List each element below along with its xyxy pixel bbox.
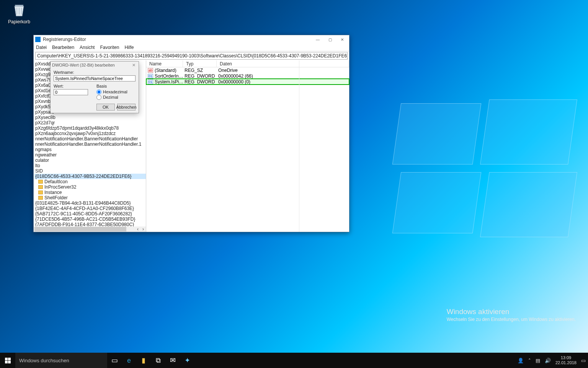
volume-icon[interactable]: 🔊 [545, 358, 551, 363]
tree-item[interactable]: culator [34, 158, 146, 163]
tree-item[interactable]: pXz2d7qr [34, 120, 146, 125]
activation-watermark: Windows aktivieren Wechseln Sie zu den E… [447, 308, 576, 322]
folder-icon [38, 185, 43, 189]
taskbar-clock[interactable]: 13:09 22.01.2018 [555, 355, 577, 365]
col-daten[interactable]: Daten [217, 60, 349, 67]
cell-typ: REG_DWORD [185, 79, 218, 85]
menu-bearbeiten[interactable]: Bearbeiten [52, 45, 74, 50]
scrollbar-thumb[interactable] [34, 227, 126, 231]
maximize-button[interactable]: ▢ [324, 35, 336, 44]
list-divider [299, 60, 299, 232]
address-bar[interactable]: Computer\HKEY_USERS\S-1-5-21-369866333-1… [35, 52, 348, 60]
recycle-bin-label: Papierkorb [7, 19, 31, 24]
scroll-left-icon[interactable]: ‹ [135, 226, 140, 232]
tree-item[interactable]: lto [34, 163, 146, 168]
col-name[interactable]: Name [146, 60, 183, 67]
mail-icon[interactable]: ✉ [165, 353, 180, 368]
tree-item[interactable]: nnerNotificationHandler.BannerNotificati… [34, 136, 146, 142]
address-text: Computer\HKEY_USERS\S-1-5-21-369866333-1… [37, 53, 348, 59]
wallpaper-windows-logo [397, 99, 573, 237]
value-row[interactable]: ab(Standard)REG_SZOneDrive [146, 67, 349, 73]
close-button[interactable]: ✕ [336, 35, 348, 44]
network-icon[interactable]: ▤ [536, 358, 540, 363]
app-icon-taskbar[interactable]: ✦ [180, 353, 194, 368]
start-button[interactable] [0, 353, 15, 368]
tree-item[interactable]: {71DCE5D6-4B57-496B-AC21-CD5B54EB93FD} [34, 217, 146, 222]
menu-hilfe[interactable]: Hilfe [124, 45, 134, 50]
tree-item[interactable]: ngweather [34, 152, 146, 158]
recycle-bin-icon [11, 2, 27, 18]
tree-item[interactable]: {018D5C66-4533-4307-9B53-224DE2ED1FE6} [34, 174, 146, 179]
tree-item[interactable]: SID [34, 168, 146, 174]
tree-item[interactable]: ngmaps [34, 147, 146, 152]
tree-item[interactable]: pXysec8b [34, 115, 146, 120]
tree-subkey[interactable]: DefaultIcon [34, 179, 146, 184]
tree-subkey[interactable]: ShellFolder [34, 195, 146, 200]
tree-subkey[interactable]: Instance [34, 190, 146, 195]
edit-dword-dialog: DWORD-Wert (32-Bit) bearbeiten ✕ Wertnam… [50, 61, 139, 113]
tree-item[interactable]: pXzg6fdzp57dpmt1dqardd3y48kkx0qb78 [34, 125, 146, 131]
list-header: Name Typ Daten [146, 60, 349, 67]
cancel-button[interactable]: Abbrechen [117, 104, 136, 111]
wertname-input[interactable] [54, 75, 136, 81]
reg-sz-icon: ab [148, 68, 153, 73]
value-row[interactable]: 01SortOrderIndexREG_DWORD0x00000042 (66) [146, 73, 349, 79]
cell-data: OneDrive [218, 68, 349, 73]
dialog-close-button[interactable]: ✕ [130, 63, 137, 68]
values-panel[interactable]: Name Typ Daten ab(Standard)REG_SZOneDriv… [146, 60, 349, 232]
tree-item[interactable]: {5AB7172C-9C11-405C-8DD5-AF20F3606282} [34, 211, 146, 217]
dialog-title: DWORD-Wert (32-Bit) bearbeiten [52, 63, 130, 67]
cell-name: System.IsPinnedTo... [155, 79, 185, 85]
radio-hex-input[interactable] [96, 90, 101, 94]
tree-item[interactable]: nnerNotificationHandler.BannerNotificati… [34, 142, 146, 147]
search-placeholder: Windows durchsuchen [19, 358, 69, 363]
task-view-button[interactable]: ▭ [107, 353, 122, 368]
people-icon[interactable]: 👤 [518, 358, 524, 363]
windows-logo-icon [5, 358, 11, 363]
wert-input[interactable] [54, 89, 88, 95]
reg-dword-icon: 01 [148, 74, 153, 78]
watermark-subtitle: Wechseln Sie zu den Einstellungen, um Wi… [447, 317, 576, 322]
radio-hex[interactable]: Hexadezimal [96, 89, 136, 94]
tree-item[interactable]: {031E4825-7B94-4dc3-B131-E946B44C8DD5} [34, 200, 146, 206]
cell-name: (Standard) [155, 68, 185, 73]
cell-data: 0x00000042 (66) [218, 73, 349, 79]
tree-item[interactable]: {1BF42E4C-4AF4-4CFD-A1A0-CF2960B8F63E} [34, 206, 146, 211]
folder-icon [38, 196, 43, 200]
cell-name: SortOrderIndex [155, 73, 185, 79]
ok-button[interactable]: OK [96, 104, 115, 111]
basis-label: Basis [96, 84, 136, 88]
window-title: Registrierungs-Editor [43, 37, 312, 42]
scroll-right-icon[interactable]: › [140, 226, 146, 232]
wert-label: Wert: [54, 84, 93, 88]
dialog-title-bar[interactable]: DWORD-Wert (32-Bit) bearbeiten ✕ [51, 62, 139, 68]
desktop-icon-recycle-bin[interactable]: Papierkorb [7, 2, 31, 24]
radio-dez-input[interactable] [96, 95, 101, 100]
folder-icon [38, 191, 43, 194]
col-typ[interactable]: Typ [183, 60, 217, 67]
cell-typ: REG_DWORD [185, 73, 218, 79]
minimize-button[interactable]: — [312, 35, 324, 44]
menu-ansicht[interactable]: Ansicht [80, 45, 95, 50]
tree-item[interactable]: pXzn6aajbccnx2qvxjawp7v0xnj1zdzdcz [34, 131, 146, 136]
wertname-label: Wertname: [54, 70, 136, 75]
taskbar-search[interactable]: Windows durchsuchen [15, 353, 107, 368]
title-bar[interactable]: Registrierungs-Editor — ▢ ✕ [34, 35, 349, 44]
taskbar: Windows durchsuchen ▭ ｅ ▮ ⧉ ✉ ✦ 👤 ˄ ▤ 🔊 … [0, 353, 588, 368]
edge-icon[interactable]: ｅ [122, 353, 136, 368]
clock-time: 13:09 [555, 355, 577, 360]
value-row[interactable]: 01System.IsPinnedTo...REG_DWORD0x0000000… [146, 79, 349, 85]
file-explorer-icon[interactable]: ▮ [136, 353, 151, 368]
menu-datei[interactable]: Datei [36, 45, 47, 50]
store-icon[interactable]: ⧉ [151, 353, 165, 368]
tree-subkey[interactable]: InProcServer32 [34, 184, 146, 190]
clock-date: 22.01.2018 [555, 360, 577, 365]
folder-icon [38, 180, 43, 184]
system-tray: 👤 ˄ ▤ 🔊 13:09 22.01.2018 ▭ [515, 353, 588, 368]
tree-h-scrollbar[interactable]: ‹› [34, 226, 146, 232]
menu-favoriten[interactable]: Favoriten [100, 45, 119, 50]
action-center-icon[interactable]: ▭ [581, 358, 586, 363]
reg-dword-icon: 01 [148, 80, 153, 84]
tray-chevron-icon[interactable]: ˄ [528, 358, 531, 363]
radio-dez[interactable]: Dezimal [96, 94, 136, 100]
